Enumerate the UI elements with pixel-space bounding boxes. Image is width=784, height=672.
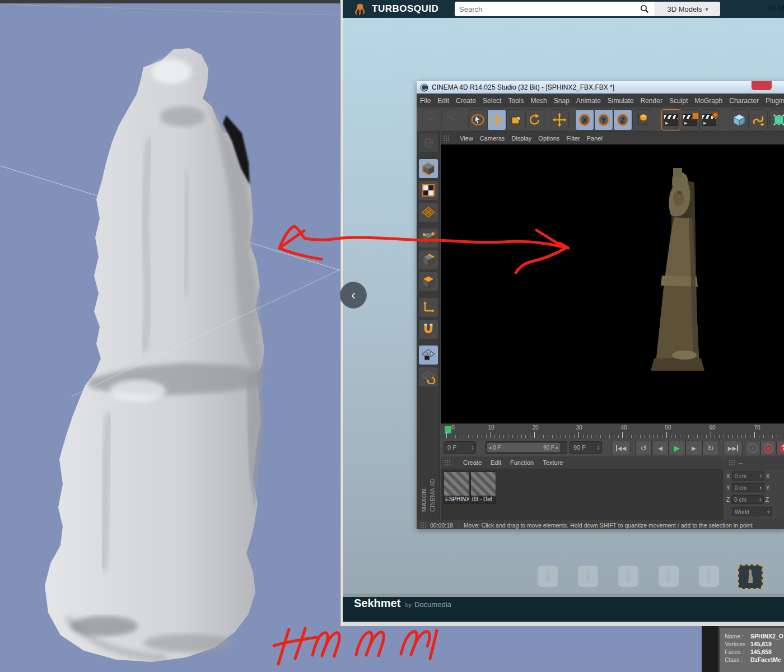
viewport-menu-cameras[interactable]: Cameras (480, 135, 505, 142)
frame-range-slider[interactable]: ◂ 0 F 90 F ▸ (486, 441, 567, 454)
make-editable-button[interactable] (769, 109, 784, 130)
y-axis-lock-button[interactable]: Y (594, 109, 613, 130)
spinner-icon[interactable]: ▲▼ (759, 474, 762, 478)
viewport-menu-view[interactable]: View (460, 135, 473, 142)
menu-create[interactable]: Create (452, 97, 479, 105)
menu-edit[interactable]: Edit (434, 97, 452, 105)
viewport-menu-panel[interactable]: Panel (587, 135, 603, 142)
sekhmet-statue-model[interactable] (640, 166, 713, 374)
timeline-ruler[interactable]: 0 10 20 30 40 50 60 70 (441, 423, 784, 439)
panel-grip[interactable] (443, 135, 450, 142)
coordinate-space-dropdown[interactable]: World ▾ (732, 507, 772, 516)
c4d-viewport[interactable] (441, 144, 784, 423)
snap-button[interactable] (418, 319, 438, 339)
material-menu-create[interactable]: Create (463, 459, 482, 466)
product-author[interactable]: Documedia (414, 600, 451, 609)
range-left-arrow-icon[interactable]: ◂ (489, 445, 491, 450)
x-position-field[interactable]: 0 cm▲▼ (732, 472, 764, 480)
menu-simulate[interactable]: Simulate (604, 97, 637, 105)
edges-mode-button[interactable] (418, 250, 438, 270)
octopus-logo-icon[interactable] (353, 2, 367, 16)
help-button[interactable]: ? (776, 441, 784, 455)
workplane-mode-button[interactable] (418, 202, 438, 222)
spinner-icon[interactable]: ▲▼ (471, 445, 474, 450)
models-dropdown[interactable]: 3D Models ▾ (655, 2, 720, 16)
play-button[interactable]: ▶ (669, 441, 685, 455)
rotate-workplane-button[interactable] (418, 367, 438, 387)
z-position-field[interactable]: 0 cm▲▼ (731, 495, 764, 504)
undo-button[interactable]: ↶ (422, 109, 441, 130)
last-tool-button[interactable] (550, 109, 569, 130)
nav-3d-models-link[interactable]: 3D M (766, 4, 784, 13)
menu-animate[interactable]: Animate (573, 97, 604, 105)
jump-end-button[interactable]: ▶▶ (724, 441, 743, 455)
scanned-statue-model[interactable] (20, 32, 271, 666)
menu-mesh[interactable]: Mesh (527, 97, 550, 105)
spinner-icon[interactable]: ▲▼ (759, 486, 762, 490)
spinner-icon[interactable]: ▲▼ (597, 445, 600, 450)
prev-frame-button[interactable]: ◀ (652, 441, 669, 455)
menu-file[interactable]: File (417, 97, 434, 105)
menu-character[interactable]: Character (726, 97, 762, 105)
add-cube-button[interactable] (730, 109, 749, 130)
lock-workplane-button[interactable] (418, 345, 438, 365)
end-frame-field[interactable]: 90 F ▲▼ (570, 441, 602, 454)
viewport-menu-filter[interactable]: Filter (566, 135, 580, 142)
search-input[interactable] (455, 5, 640, 13)
key-record-button[interactable]: ● (745, 441, 760, 455)
z-axis-lock-button[interactable]: Z (613, 109, 632, 130)
record-button[interactable] (760, 441, 776, 455)
menu-render[interactable]: Render (637, 97, 666, 105)
texture-mode-button[interactable] (418, 180, 438, 200)
move-tool-button[interactable] (487, 109, 506, 130)
panel-grip[interactable] (444, 459, 451, 466)
x-axis-lock-button[interactable]: X (575, 109, 594, 130)
panel-grip[interactable] (729, 459, 735, 466)
menu-plugins[interactable]: Plugins (762, 97, 784, 105)
render-picture-viewer-button[interactable] (680, 109, 699, 130)
material-swatch[interactable]: ESPHINX (444, 472, 469, 504)
points-mode-button[interactable] (418, 228, 438, 248)
menu-mograph[interactable]: MoGraph (691, 97, 726, 105)
material-menu-texture[interactable]: Texture (543, 459, 563, 466)
rotate-tool-button[interactable] (525, 109, 544, 130)
preview-thumbnail[interactable] (538, 566, 558, 587)
coordinate-system-button[interactable] (632, 109, 651, 130)
redo-button[interactable]: ↷ (441, 109, 460, 130)
preview-thumbnail-selected[interactable] (738, 564, 763, 589)
y-position-field[interactable]: 0 cm▲▼ (732, 483, 764, 492)
close-button[interactable] (752, 81, 772, 90)
material-menu-function[interactable]: Function (510, 459, 534, 466)
polygons-mode-button[interactable] (418, 272, 438, 292)
panel-collapse-button[interactable]: ‹ (340, 282, 367, 309)
material-menu-edit[interactable]: Edit (491, 459, 501, 466)
menu-select[interactable]: Select (479, 97, 505, 105)
turbosquid-brand[interactable]: TURBOSQUID (372, 3, 438, 15)
spinner-icon[interactable]: ▲▼ (759, 497, 762, 502)
menu-snap[interactable]: Snap (550, 97, 573, 105)
material-swatch[interactable]: 03 - Def (470, 472, 496, 504)
globe-button[interactable] (418, 133, 438, 153)
current-frame-field[interactable]: 0 F ▲▼ (444, 441, 476, 454)
menu-tools[interactable]: Tools (505, 97, 527, 105)
menu-sculpt[interactable]: Sculpt (666, 97, 691, 105)
range-right-arrow-icon[interactable]: ▸ (556, 445, 558, 450)
jump-start-button[interactable]: ◀◀ (612, 441, 631, 455)
panel-grip[interactable] (420, 522, 427, 529)
viewport-menu-display[interactable]: Display (511, 135, 531, 142)
preview-thumbnail[interactable] (618, 566, 638, 587)
preview-thumbnail[interactable] (578, 566, 598, 587)
search-icon[interactable] (640, 4, 649, 13)
next-key-button[interactable]: ↻ (702, 441, 719, 455)
render-view-button[interactable] (661, 109, 680, 130)
render-settings-button[interactable] (699, 109, 718, 130)
preview-thumbnail[interactable] (659, 566, 679, 587)
preview-thumbnail[interactable] (699, 566, 719, 587)
model-mode-button[interactable] (418, 158, 438, 179)
product-title[interactable]: Sekhmet (354, 597, 400, 610)
scale-tool-button[interactable] (506, 109, 525, 130)
prev-key-button[interactable]: ↺ (635, 441, 652, 455)
add-spline-button[interactable] (749, 109, 768, 130)
c4d-title-bar[interactable]: CINEMA 4D R14.025 Studio (32 Bit) - [SPH… (417, 81, 784, 94)
next-frame-button[interactable]: ▶ (685, 441, 702, 455)
